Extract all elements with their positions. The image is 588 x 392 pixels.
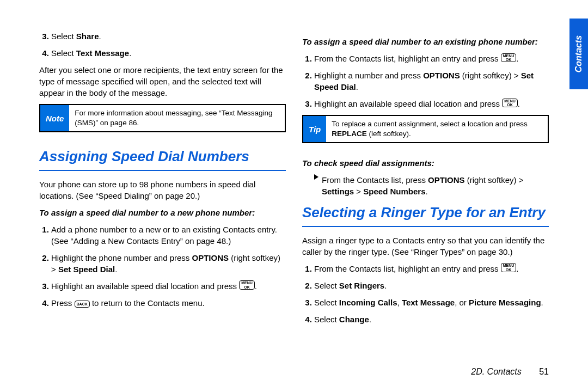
left-column: Select Share. Select Text Message. After… — [39, 30, 286, 330]
note-box: Note For more information about messagin… — [39, 104, 286, 132]
subheading: To assign a speed dial number to a new p… — [39, 207, 286, 218]
triangle-bullet-icon — [314, 174, 318, 180]
tip-label: Tip — [303, 116, 326, 142]
footer-section: 2D. Contacts — [471, 367, 521, 376]
heading-ringer-type: Selecting a Ringer Type for an Entry — [302, 203, 549, 224]
paragraph: Your phone can store up to 98 phone numb… — [39, 179, 286, 201]
ringer-steps: From the Contacts list, highlight an ent… — [302, 263, 549, 325]
heading-rule — [302, 226, 549, 227]
list-item: Press BACK to return to the Contacts men… — [51, 297, 286, 309]
list-item: Add a phone number to a new or to an exi… — [51, 224, 286, 247]
footer-page-number: 51 — [539, 367, 549, 376]
page-footer: 2D. Contacts 51 — [471, 367, 549, 377]
list-item: Highlight an available speed dial locati… — [51, 280, 286, 292]
tip-text: To replace a current assignment, select … — [326, 116, 548, 142]
list-item: Select Set Ringers. — [314, 280, 549, 291]
subheading: To check speed dial assignments: — [302, 157, 549, 169]
list-item: Highlight an available speed dial locati… — [314, 98, 549, 109]
heading-rule — [39, 170, 286, 171]
note-text: For more information about messaging, se… — [69, 105, 285, 131]
menu-ok-key-icon: MENUOK — [501, 263, 517, 272]
list-item: Highlight a number and press OPTIONS (ri… — [314, 70, 549, 93]
menu-ok-key-icon: MENUOK — [501, 53, 517, 63]
page: Select Share. Select Text Message. After… — [0, 0, 588, 330]
list-item: From the Contacts list, highlight an ent… — [314, 263, 549, 274]
heading-speed-dial: Assigning Speed Dial Numbers — [39, 146, 286, 168]
paragraph: After you select one or more recipients,… — [39, 64, 286, 99]
list-item: Select Share. — [51, 30, 286, 42]
menu-ok-key-icon: MENUOK — [239, 280, 255, 290]
section-tab-label: Contacts — [574, 35, 584, 72]
paragraph: Assign a ringer type to a Contacts entry… — [302, 235, 549, 258]
list-item: Highlight the phone number and press OPT… — [51, 252, 286, 275]
list-item: Select Incoming Calls, Text Message, or … — [314, 297, 549, 308]
speed-dial-new-steps: Add a phone number to a new or to an exi… — [39, 224, 286, 309]
menu-ok-key-icon: MENUOK — [502, 99, 518, 108]
right-column: To assign a speed dial number to an exis… — [302, 30, 549, 330]
subheading: To assign a speed dial number to an exis… — [302, 36, 549, 47]
note-label: Note — [40, 105, 69, 131]
back-key-icon: BACK — [75, 301, 90, 308]
list-item: From the Contacts list, highlight an ent… — [314, 53, 549, 64]
list-item: Select Change. — [314, 314, 549, 325]
section-tab: Contacts — [569, 19, 588, 89]
tip-box: Tip To replace a current assignment, sel… — [302, 115, 549, 143]
share-steps: Select Share. Select Text Message. — [39, 30, 286, 59]
list-item: Select Text Message. — [51, 47, 286, 59]
check-assignments-step: From the Contacts list, press OPTIONS (r… — [314, 174, 549, 197]
speed-dial-existing-steps: From the Contacts list, highlight an ent… — [302, 53, 549, 109]
